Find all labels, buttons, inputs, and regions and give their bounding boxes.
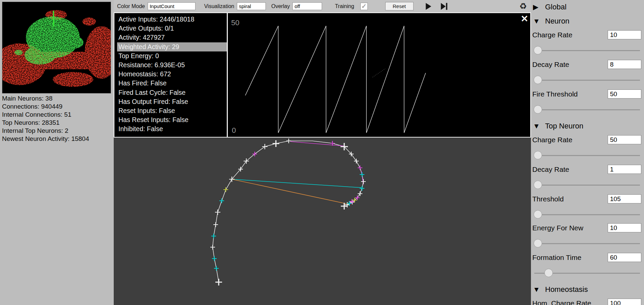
- top-charge-rate-slider[interactable]: [533, 151, 641, 160]
- y-axis-min-label: 0: [232, 126, 236, 135]
- neuron-charge-rate-slider[interactable]: [533, 46, 641, 55]
- field-top-threshold: Threshold: [532, 194, 643, 204]
- settings-sidebar: ▶ Global ▼ Neuron Charge Rate Decay Rate…: [531, 0, 644, 305]
- color-mode-label: Color Mode: [117, 3, 145, 9]
- info-row-fired-last-cycle[interactable]: Fired Last Cycle: False: [118, 88, 227, 97]
- color-mode-input[interactable]: [148, 2, 195, 10]
- field-energy-for-new: Energy For New: [532, 223, 643, 233]
- slider-thumb[interactable]: [534, 105, 542, 114]
- slider-thumb[interactable]: [534, 76, 542, 84]
- sawtooth-chart: [228, 13, 530, 137]
- info-row-activity[interactable]: Activity: 427927: [118, 33, 227, 42]
- neuron-decay-rate-input[interactable]: [608, 60, 641, 69]
- field-top-decay-rate: Decay Rate: [532, 165, 643, 174]
- left-panel: Main Neurons: 38 Connections: 940449 Int…: [0, 0, 114, 305]
- energy-chart-panel: 50 0 ✕: [228, 13, 530, 137]
- slider-track: [534, 185, 640, 186]
- formation-time-input[interactable]: [608, 253, 641, 262]
- stat-internal-top-neurons: Internal Top Neurons: 2: [2, 127, 113, 135]
- step-button[interactable]: [439, 2, 449, 11]
- spiral-graph: [114, 138, 531, 305]
- chevron-right-icon: ▶: [533, 3, 541, 11]
- info-row-weighted-activity[interactable]: Weighted Activity: 29: [117, 42, 227, 51]
- field-fire-threshold: Fire Threshold: [532, 89, 643, 99]
- toolbar: Color Mode Visualization Overlay Trainin…: [114, 0, 531, 12]
- info-row-active-inputs[interactable]: Active Inputs: 2446/18018: [118, 15, 227, 24]
- top-threshold-label: Threshold: [532, 195, 564, 203]
- slider-track: [534, 155, 640, 156]
- top-decay-rate-slider[interactable]: [533, 180, 641, 190]
- fire-threshold-slider[interactable]: [533, 105, 641, 114]
- info-row-top-energy[interactable]: Top Energy: 0: [118, 51, 227, 61]
- neuron-charge-rate-label: Charge Rate: [532, 31, 572, 39]
- neuron-charge-rate-input[interactable]: [608, 30, 641, 39]
- top-threshold-slider[interactable]: [533, 210, 641, 219]
- recycle-button[interactable]: ♻: [520, 1, 527, 11]
- training-label: Training: [335, 3, 354, 9]
- top-decay-rate-label: Decay Rate: [532, 165, 569, 173]
- main-view: Color Mode Visualization Overlay Trainin…: [114, 0, 531, 305]
- field-hom-charge-rate: Hom. Charge Rate: [532, 299, 643, 305]
- info-row-has-reset-inputs[interactable]: Has Reset Inputs: False: [118, 115, 227, 124]
- slider-track: [534, 214, 640, 215]
- section-header-homeostasis[interactable]: ▼ Homeostasis: [533, 284, 588, 295]
- slider-thumb[interactable]: [534, 46, 542, 54]
- section-header-global[interactable]: ▶ Global: [533, 2, 567, 12]
- top-decay-rate-input[interactable]: [608, 165, 641, 174]
- slider-thumb[interactable]: [544, 269, 553, 277]
- reset-button[interactable]: Reset: [385, 2, 414, 10]
- training-checkbox[interactable]: ✓: [360, 3, 368, 10]
- neuron-decay-rate-label: Decay Rate: [532, 61, 569, 68]
- spiral-visualization-canvas[interactable]: [114, 138, 531, 305]
- network-activity-image: [2, 2, 111, 93]
- green-streak: [53, 11, 54, 26]
- slider-thumb[interactable]: [534, 239, 542, 247]
- info-row-reset-inputs[interactable]: Reset Inputs: False: [118, 106, 227, 115]
- info-row-homeostasis[interactable]: Homeostasis: 672: [118, 70, 227, 79]
- slider-thumb[interactable]: [534, 210, 542, 219]
- section-header-neuron[interactable]: ▼ Neuron: [533, 16, 569, 26]
- info-row-active-outputs[interactable]: Active Outputs: 0/1: [118, 24, 227, 33]
- info-row-has-fired[interactable]: Has Fired: False: [118, 79, 227, 88]
- play-button[interactable]: [424, 2, 433, 11]
- close-icon[interactable]: ✕: [521, 14, 528, 24]
- slider-thumb[interactable]: [534, 151, 542, 159]
- chevron-down-icon: ▼: [533, 17, 541, 25]
- slider-track: [534, 80, 640, 81]
- checkmark-icon: ✓: [361, 2, 367, 10]
- formation-time-label: Formation Time: [532, 254, 581, 261]
- hom-charge-rate-label: Hom. Charge Rate: [532, 299, 591, 305]
- energy-for-new-slider[interactable]: [533, 239, 641, 248]
- step-forward-icon: [439, 2, 448, 11]
- network-stats-list: Main Neurons: 38 Connections: 940449 Int…: [2, 94, 113, 143]
- chevron-down-icon: ▼: [533, 285, 541, 294]
- info-row-resistance[interactable]: Resistance: 6.936E-05: [118, 61, 227, 70]
- chevron-down-icon: ▼: [533, 122, 541, 130]
- stat-main-neurons: Main Neurons: 38: [2, 94, 113, 103]
- field-top-charge-rate: Charge Rate: [532, 135, 643, 145]
- info-row-inhibited[interactable]: Inhibited: False: [118, 124, 227, 134]
- hom-charge-rate-input[interactable]: [608, 299, 641, 305]
- slider-thumb[interactable]: [534, 181, 542, 189]
- stat-top-neurons: Top Neurons: 28351: [2, 119, 113, 127]
- section-label-global: Global: [545, 3, 567, 11]
- neural-sim-window: Main Neurons: 38 Connections: 940449 Int…: [0, 0, 644, 305]
- top-threshold-input[interactable]: [608, 194, 641, 203]
- section-label-homeostasis: Homeostasis: [545, 285, 588, 294]
- field-neuron-charge-rate: Charge Rate: [532, 30, 643, 40]
- neuron-decay-rate-slider[interactable]: [533, 75, 641, 85]
- section-header-top-neuron[interactable]: ▼ Top Neuron: [533, 121, 583, 131]
- overlay-label: Overlay: [271, 3, 290, 9]
- neuron-info-panel: Active Inputs: 2446/18018 Active Outputs…: [114, 13, 227, 137]
- section-label-top-neuron: Top Neuron: [545, 122, 583, 130]
- overlay-input[interactable]: [292, 2, 322, 10]
- play-icon: [424, 2, 433, 11]
- energy-for-new-input[interactable]: [608, 223, 641, 232]
- formation-time-slider[interactable]: [533, 268, 641, 278]
- visualization-input[interactable]: [237, 2, 266, 10]
- info-row-has-output-fired[interactable]: Has Output Fired: False: [118, 97, 227, 106]
- fire-threshold-input[interactable]: [608, 89, 641, 99]
- top-charge-rate-input[interactable]: [608, 135, 641, 144]
- visualization-label: Visualization: [204, 3, 235, 9]
- top-panels: Active Inputs: 2446/18018 Active Outputs…: [114, 12, 531, 138]
